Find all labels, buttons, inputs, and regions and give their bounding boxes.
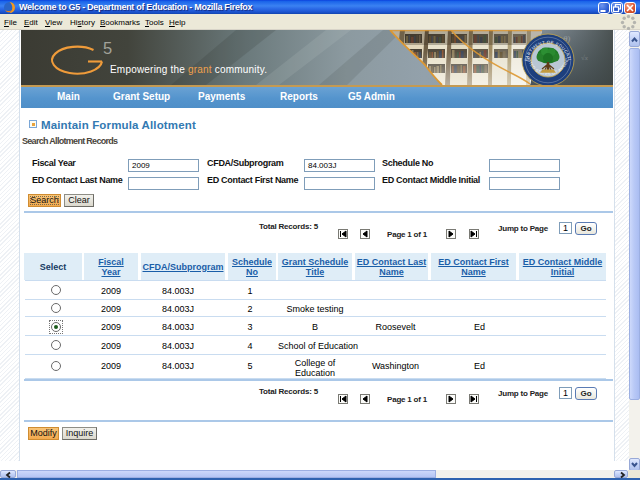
svg-text:Empowering the grant community: Empowering the grant community. — [110, 64, 267, 75]
svg-text:√x: √x — [581, 54, 589, 62]
svg-text:5: 5 — [103, 39, 112, 57]
